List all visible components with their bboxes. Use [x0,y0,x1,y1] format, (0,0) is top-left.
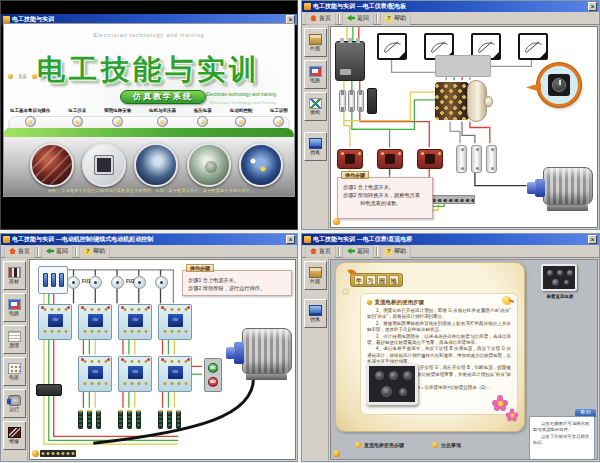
sidebar-item-appearance[interactable]: 外观 [304,261,327,290]
back-button[interactable]: 返回 [342,12,374,25]
menu-item[interactable]: 电动机控制 [230,108,253,127]
motor[interactable] [527,165,593,211]
photo-band: 研制：大连海事大学信息工程学院仿真教育技术研究所 出版：高等教育出版社 高等教育… [4,137,294,196]
fuse-label: FU1 [82,279,91,284]
menu-circle-button[interactable] [273,116,284,127]
main-title: 电工技能与实训 [4,51,294,89]
close-button[interactable]: × [588,2,597,11]
home-button[interactable]: 首页 [305,245,336,258]
home-button[interactable]: 首页 [4,245,35,258]
credits-footer: 研制：大连海事大学信息工程学院仿真教育技术研究所 出版：高等教育出版社 高等教育… [4,188,294,193]
fuse-link[interactable] [486,145,497,173]
fuse[interactable] [67,276,80,289]
fuse-link[interactable] [471,145,482,173]
product-photo-appliance [134,143,178,187]
menu-item[interactable]: 低压电器 [194,108,212,127]
sidebar-item-circuit[interactable]: 电路 [3,293,26,322]
motor-shaft [226,347,235,360]
menu-circle-button[interactable] [25,116,36,127]
usage-steps-link[interactable]: 直流电桥使用步骤 [355,442,404,448]
menu-circle-button[interactable] [72,116,83,127]
contactor[interactable]: KM [78,304,112,340]
help-button[interactable]: ?帮助 [79,245,110,258]
device-thumbnail[interactable] [541,264,577,291]
fuse-holder[interactable] [339,90,346,112]
toolbar-separator [376,247,378,256]
window-splash: 电工技能与实训 × Electrician technology and tra… [0,0,298,230]
motor[interactable] [226,326,292,380]
content-title: 直流电桥的使用步骤 [375,299,425,306]
fuse-holder[interactable] [348,90,355,112]
menu-circle-button[interactable] [235,116,246,127]
menu-circle-button[interactable] [197,116,208,127]
help-button[interactable]: ?帮助 [380,245,411,258]
toolbar-separator [338,247,340,256]
operation-steps-panel: 操作步骤 步骤1 合上电源开关。 步骤2 按动按钮，进行运行操作。 [182,270,292,296]
menu-item[interactable]: 电工基本常识与操作 [10,108,51,127]
sidebar-item-appearance[interactable]: 外观 [304,28,327,57]
magnifier-detail [537,63,581,107]
fuse-block [367,88,377,114]
contactor[interactable]: KM [118,304,152,340]
current-transformer[interactable] [417,149,443,169]
back-icon [347,15,355,21]
bullet-icon [367,300,372,305]
menu-item[interactable]: 电工识图 [270,108,288,127]
back-icon [46,248,54,254]
sidebar-item-circuit[interactable]: 电路 [304,60,327,89]
menu-item[interactable]: 电机与变压器 [149,108,176,127]
menu-circle-button[interactable] [157,116,168,127]
close-button[interactable]: × [286,235,295,244]
start-button[interactable]: SB1 [208,363,218,373]
titlebar[interactable]: 电工技能与实训 —电工仪表\配电板 × [302,1,599,12]
stop-button[interactable]: SB2 [208,377,218,387]
main-breaker[interactable] [38,266,68,294]
titlebar[interactable]: 电工技能与实训 —电工仪表\直流电桥 × [302,234,599,245]
panel-meter [377,33,407,60]
fuse[interactable] [111,276,124,289]
sidebar-item-repair[interactable]: 维修 [3,421,26,450]
current-transformer[interactable] [337,149,363,169]
window-dc-bridge-learning: 电工技能与实训 —电工仪表\直流电桥 × 首页 返回 ?帮助 外观 仿真 学习园… [301,233,600,462]
menu-item[interactable]: 电工仪表 [68,108,86,127]
computer-icon [309,138,322,149]
contactor[interactable]: KM [118,356,152,392]
fuse-link[interactable] [456,145,467,173]
sidebar-item-wiring[interactable]: 接线 [304,92,327,121]
sidebar-item-run[interactable]: 运行 [3,389,26,418]
step-line: 和电流表的读数。 [338,199,432,207]
music-ball-icon[interactable] [333,450,340,457]
contactor[interactable]: KM [78,356,112,392]
contactor[interactable]: KM [158,356,192,392]
sidebar-item-simulation[interactable]: 仿真 [304,132,327,161]
home-button[interactable]: 首页 [305,12,336,25]
knob-photo [548,74,570,96]
fuse[interactable] [155,276,168,289]
terminal-block [36,384,62,396]
cautions-link[interactable]: 注意事项 [432,442,461,448]
help-button[interactable]: ?帮助 [380,12,411,25]
menu-item[interactable]: 照明电路安装 [104,108,131,127]
contactor[interactable]: KM [38,304,72,340]
step-paragraph: 3、估计待测电阻阻值，以便选择合适的比较臂与比率臂，选择比率臂，最好能使比较臂最… [367,334,511,347]
menu-circle-button[interactable] [112,116,123,127]
resistor-bank [158,410,181,429]
sidebar-item-devices[interactable]: 电器 [3,357,26,386]
music-ball-icon[interactable] [333,218,340,225]
sidebar-item-simulation[interactable]: 仿真 [304,299,327,328]
main-breaker[interactable] [335,41,365,81]
rotary-cam-switch[interactable] [435,80,489,122]
sidebar-item-equipment[interactable]: 器材 [3,261,26,290]
fuse-holder[interactable] [357,90,364,112]
back-button[interactable]: 返回 [342,245,374,258]
close-button[interactable]: × [588,235,597,244]
current-transformer[interactable] [377,149,403,169]
wire [475,171,527,186]
switch-knob[interactable] [484,96,493,107]
english-subtitle-faint: Electrician Technology and Training [210,100,276,105]
titlebar[interactable]: 电工技能与实训 —电动机控制\绕线式电动机起动控制 × [1,234,297,245]
contactor[interactable]: KM [158,304,192,340]
sidebar-item-principle[interactable]: 原理 [3,325,26,354]
back-button[interactable]: 返回 [41,245,73,258]
music-ball-icon[interactable] [32,450,39,457]
